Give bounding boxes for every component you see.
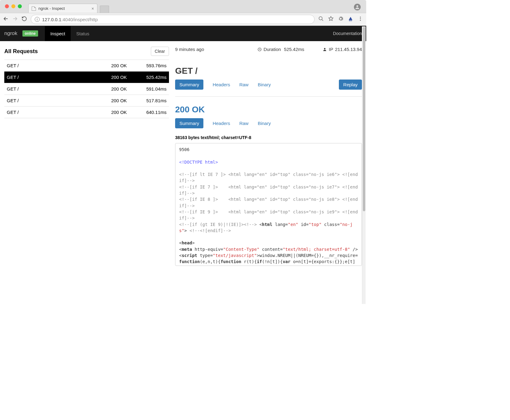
request-age: 9 minutes ago — [175, 47, 227, 52]
browser-toolbar: i 127.0.0.1:4040/inspect/http axe — [0, 13, 366, 26]
tab-summary[interactable]: Summary — [175, 80, 203, 90]
maximize-window-button[interactable] — [18, 4, 22, 8]
scrollbar[interactable] — [362, 26, 366, 304]
response-body[interactable]: 9506 <!DOCTYPE html> <!--[if lt IE 7 ]> … — [175, 143, 362, 266]
nav-documentation[interactable]: Documentation — [333, 31, 362, 36]
new-tab-button[interactable] — [100, 6, 109, 13]
request-row[interactable]: GET /200 OK517.81ms — [4, 95, 169, 106]
ip-value: 211.45.13.94 — [335, 47, 362, 52]
duration-label: Duration — [264, 47, 281, 52]
request-duration: 517.81ms — [140, 98, 167, 103]
response-status: 200 OK — [175, 105, 362, 115]
request-method: GET / — [7, 63, 111, 68]
request-row[interactable]: GET /200 OK640.11ms — [4, 106, 169, 118]
requests-heading: All Requests — [4, 48, 38, 55]
request-duration: 591.04ms — [140, 86, 167, 91]
bytes-line: 38163 bytes text/html; charset=UTF-8 — [175, 135, 362, 140]
reload-button[interactable] — [22, 16, 27, 23]
request-status: 200 OK — [111, 110, 140, 115]
tab-raw-resp[interactable]: Raw — [239, 118, 249, 128]
back-button[interactable] — [3, 16, 9, 23]
request-list: GET /200 OK593.76msGET /200 OK525.42msGE… — [4, 60, 169, 118]
scrollbar-thumb[interactable] — [363, 27, 365, 211]
browser-menu-icon[interactable] — [358, 16, 363, 23]
request-line: GET / — [175, 66, 362, 76]
svg-point-3 — [360, 17, 361, 18]
profile-avatar-icon[interactable] — [354, 4, 361, 10]
tab-binary-resp[interactable]: Binary — [258, 118, 271, 128]
site-info-icon[interactable]: i — [35, 17, 40, 22]
request-row[interactable]: GET /200 OK591.04ms — [4, 83, 169, 95]
request-method: GET / — [7, 86, 111, 91]
response-tabs: Summary Headers Raw Binary — [175, 118, 362, 128]
zoom-icon[interactable] — [318, 16, 324, 23]
detail-panel: 9 minutes ago Duration 525.42ms IP 211.4… — [175, 45, 362, 266]
duration-value: 525.42ms — [284, 47, 304, 52]
request-row[interactable]: GET /200 OK593.76ms — [4, 60, 169, 71]
svg-point-4 — [360, 18, 361, 19]
status-badge: online — [22, 30, 38, 37]
tab-headers[interactable]: Headers — [213, 80, 230, 90]
address-bar[interactable]: i 127.0.0.1:4040/inspect/http — [31, 15, 315, 24]
request-duration: 593.76ms — [140, 63, 167, 68]
forward-button[interactable] — [12, 16, 18, 23]
nav-inspect[interactable]: Inspect — [45, 26, 71, 41]
request-method: GET / — [7, 110, 111, 115]
tab-headers-resp[interactable]: Headers — [213, 118, 230, 128]
svg-point-1 — [319, 17, 322, 20]
request-duration: 525.42ms — [140, 75, 167, 80]
svg-point-0 — [356, 5, 358, 7]
close-tab-icon[interactable]: × — [92, 6, 94, 11]
brand-label: ngrok — [4, 30, 18, 37]
svg-text:axe: axe — [349, 20, 352, 21]
ip-label: IP — [329, 47, 333, 52]
tab-binary[interactable]: Binary — [258, 80, 271, 90]
request-method: GET / — [7, 75, 111, 80]
svg-point-5 — [360, 20, 361, 21]
url-host: 127.0.0.1 — [42, 17, 61, 22]
browser-tab[interactable]: ngrok - Inspect × — [28, 4, 97, 13]
request-tabs: Summary Headers Raw Binary Replay — [175, 80, 362, 90]
clock-icon — [257, 47, 262, 52]
request-status: 200 OK — [111, 63, 140, 68]
bookmark-star-icon[interactable] — [328, 16, 334, 23]
window-controls — [5, 4, 22, 8]
clear-button[interactable]: Clear — [151, 47, 169, 56]
request-status: 200 OK — [111, 86, 140, 91]
replay-button[interactable]: Replay — [339, 80, 362, 90]
document-icon — [32, 6, 36, 11]
axe-extension-icon[interactable]: axe — [348, 16, 353, 23]
page-viewport: ngrok online Inspect Status Documentatio… — [0, 26, 366, 305]
divider — [175, 96, 362, 97]
request-row[interactable]: GET /200 OK525.42ms — [4, 71, 169, 83]
nav-status[interactable]: Status — [71, 26, 95, 41]
request-duration: 640.11ms — [140, 110, 167, 115]
requests-panel: All Requests Clear GET /200 OK593.76msGE… — [4, 45, 169, 266]
browser-window: ngrok - Inspect × i 127.0.0.1:4040/inspe… — [0, 0, 366, 305]
tab-bar: ngrok - Inspect × — [0, 0, 366, 13]
request-status: 200 OK — [111, 75, 140, 80]
gear-icon[interactable] — [338, 16, 343, 23]
user-icon — [323, 47, 327, 52]
code-chunk-num: 9506 — [179, 147, 190, 152]
tab-summary-resp[interactable]: Summary — [175, 118, 203, 128]
meta-row: 9 minutes ago Duration 525.42ms IP 211.4… — [175, 45, 362, 54]
minimize-window-button[interactable] — [11, 4, 15, 8]
tab-raw[interactable]: Raw — [239, 80, 249, 90]
tab-title: ngrok - Inspect — [38, 6, 65, 11]
url-path: :4040/inspect/http — [61, 17, 98, 22]
svg-point-7 — [324, 48, 326, 49]
app-navbar: ngrok online Inspect Status Documentatio… — [0, 26, 366, 41]
request-status: 200 OK — [111, 98, 140, 103]
close-window-button[interactable] — [5, 4, 9, 8]
request-method: GET / — [7, 98, 111, 103]
